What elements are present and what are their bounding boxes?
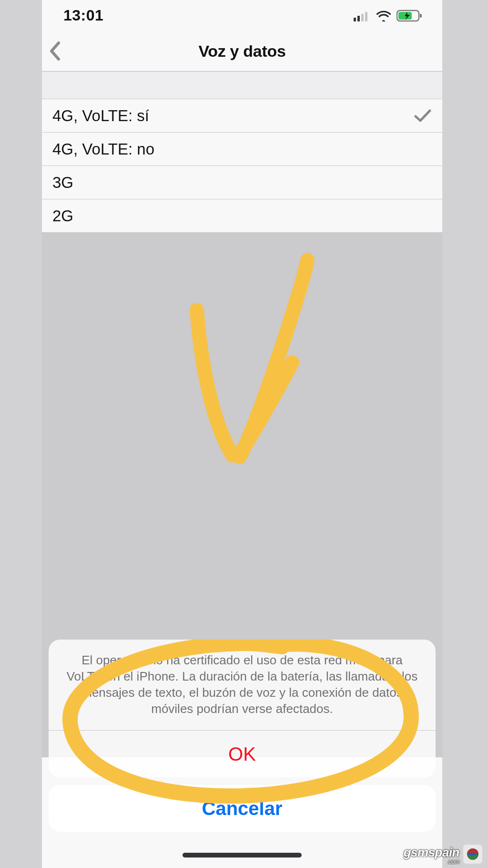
option-label: 4G, VoLTE: sí — [52, 107, 414, 125]
option-4g-volte-on[interactable]: 4G, VoLTE: sí — [42, 99, 442, 133]
section-gap — [42, 72, 442, 99]
svg-rect-5 — [420, 14, 422, 18]
home-indicator[interactable] — [183, 853, 302, 858]
option-label: 4G, VoLTE: no — [52, 140, 432, 158]
ok-button[interactable]: OK — [49, 731, 436, 777]
check-icon — [414, 108, 432, 124]
battery-charging-icon — [396, 10, 423, 22]
action-sheet-message: El operador no ha certificado el uso de … — [49, 640, 436, 730]
svg-rect-0 — [354, 18, 356, 21]
option-label: 3G — [52, 174, 432, 192]
status-icons — [354, 10, 423, 22]
watermark-text: gsmspain .com — [404, 845, 459, 864]
network-options-list: 4G, VoLTE: sí 4G, VoLTE: no 3G — [42, 99, 442, 233]
svg-rect-1 — [357, 16, 360, 21]
option-4g-volte-off[interactable]: 4G, VoLTE: no — [42, 133, 442, 166]
cancel-button[interactable]: Cancelar — [49, 785, 436, 832]
option-2g[interactable]: 2G — [42, 199, 442, 233]
option-label: 2G — [52, 207, 432, 225]
svg-rect-3 — [365, 12, 367, 21]
action-sheet-cancel: Cancelar — [49, 785, 436, 832]
action-sheet: El operador no ha certificado el uso de … — [49, 640, 436, 839]
site-watermark: gsmspain .com — [404, 845, 482, 864]
action-sheet-main: El operador no ha certificado el uso de … — [49, 640, 436, 777]
option-3g[interactable]: 3G — [42, 166, 442, 199]
nav-header: Voz y datos — [42, 31, 442, 72]
wifi-icon — [376, 10, 392, 21]
status-bar: 13:01 — [42, 0, 442, 31]
phone-screen: 13:01 — [42, 0, 442, 868]
page-title: Voz y datos — [198, 42, 285, 61]
status-time: 13:01 — [63, 7, 103, 24]
back-button[interactable] — [47, 40, 64, 62]
cellular-signal-icon — [354, 10, 371, 21]
watermark-logo-icon — [463, 845, 482, 864]
svg-rect-2 — [361, 14, 364, 21]
